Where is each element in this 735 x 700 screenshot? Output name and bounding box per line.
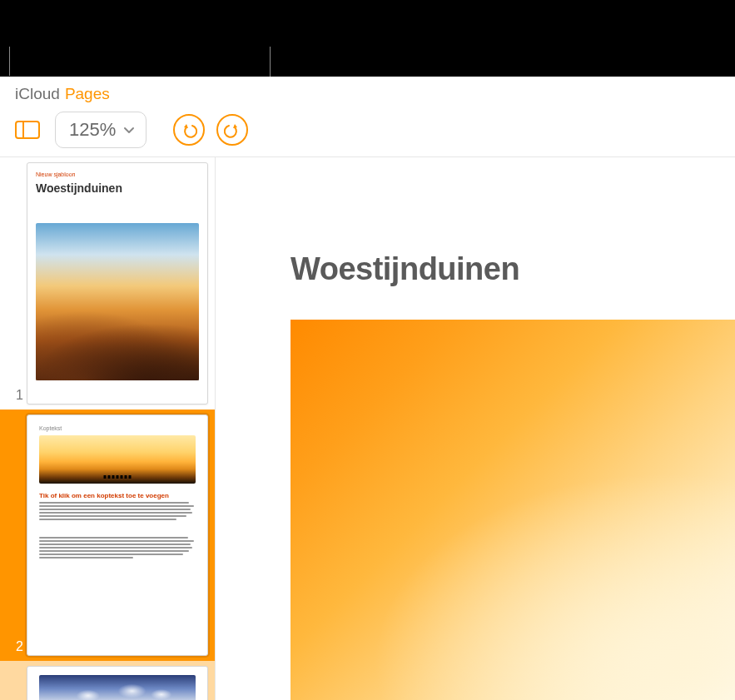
thumb-heading: Tik of klik om een koptekst toe te voege…	[39, 492, 169, 499]
app-window: iCloud Pages 125%	[0, 77, 735, 700]
page-number: 1	[2, 388, 23, 405]
undo-button[interactable]	[173, 114, 205, 146]
svg-rect-0	[16, 122, 39, 138]
document-hero-image[interactable]	[291, 320, 735, 700]
thumb-banner-image	[39, 675, 196, 700]
thumb-paragraph	[39, 502, 196, 520]
page-thumbnail: Koptekst Tik of klik om een koptekst toe…	[27, 415, 208, 657]
document-editor[interactable]: Woestijnduinen	[216, 157, 735, 700]
page-number: 2	[2, 639, 23, 656]
redo-button[interactable]	[216, 114, 248, 146]
thumb-clouds	[44, 682, 191, 700]
thumbnails-list: 1 Nieuw sjabloon Woestijnduinen 2 Koptek…	[0, 157, 215, 700]
toolbar: 125%	[0, 108, 735, 157]
thumb-title: Woestijnduinen	[36, 181, 122, 195]
brand-app: Pages	[65, 85, 110, 103]
undo-icon	[181, 122, 197, 138]
document-title[interactable]: Woestijnduinen	[291, 251, 519, 287]
brand-row: iCloud Pages	[0, 77, 735, 108]
zoom-dropdown[interactable]: 125%	[55, 112, 147, 148]
zoom-value: 125%	[69, 119, 116, 141]
thumb-silhouettes	[104, 475, 132, 479]
page-thumbnails-sidebar: 1 Nieuw sjabloon Woestijnduinen 2 Koptek…	[0, 157, 216, 700]
thumb-banner-image	[39, 435, 196, 484]
view-options-icon	[15, 120, 40, 140]
thumb-paragraph	[39, 537, 196, 559]
chevron-down-icon	[122, 123, 136, 137]
annotation-black-band	[0, 0, 735, 77]
view-options-button[interactable]	[12, 114, 43, 146]
brand-icloud: iCloud	[15, 85, 60, 103]
thumbnail-row[interactable]: 2 Koptekst Tik of klik om een koptekst t…	[0, 410, 215, 662]
page-thumbnail	[27, 666, 208, 700]
page-thumbnail: Nieuw sjabloon Woestijnduinen	[27, 162, 208, 405]
thumbnail-row[interactable]: 3	[0, 661, 215, 700]
callout-line	[9, 47, 10, 76]
thumb-subhead: Nieuw sjabloon	[36, 171, 75, 177]
thumb-hero-image	[36, 223, 199, 380]
thumb-subhead: Koptekst	[39, 425, 62, 431]
content-area: 1 Nieuw sjabloon Woestijnduinen 2 Koptek…	[0, 157, 735, 700]
thumbnail-row[interactable]: 1 Nieuw sjabloon Woestijnduinen	[0, 157, 215, 410]
redo-icon	[224, 122, 241, 138]
